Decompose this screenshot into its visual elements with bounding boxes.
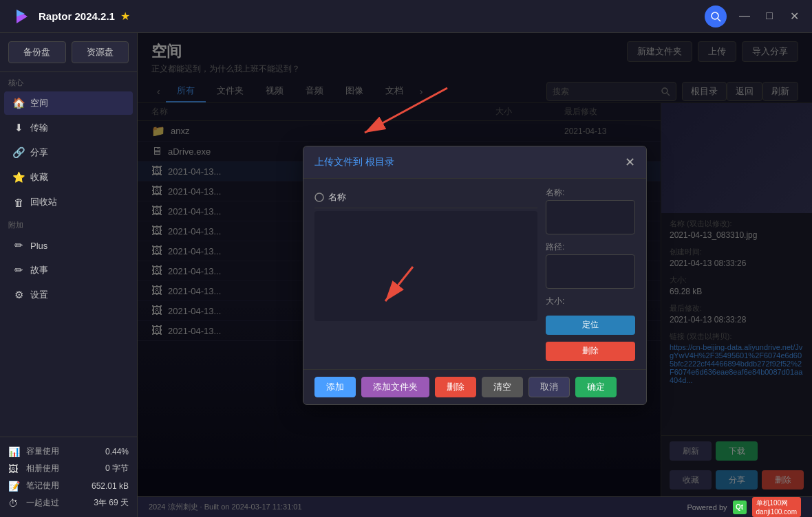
album-icon: 🖼 — [8, 463, 21, 474]
stat-duration: ⏱ 一起走过 3年 69 天 — [8, 494, 129, 512]
qt-badge: Qt — [733, 500, 747, 514]
sidebar-stats: 📊 容量使用 0.44% 🖼 相册使用 0 字节 📝 笔记使用 652.01 k… — [0, 437, 137, 517]
app-logo — [11, 6, 33, 28]
close-button[interactable]: ✕ — [787, 10, 801, 23]
space-icon: 🏠 — [12, 97, 25, 109]
sidebar-item-share-label: 分享 — [30, 146, 48, 159]
clear-button[interactable]: 清空 — [482, 377, 523, 397]
cancel-button[interactable]: 取消 — [528, 377, 570, 397]
modal-name-field: 名称: — [546, 187, 635, 234]
stat-duration-label: 一起走过 — [26, 497, 88, 509]
window-controls: — □ ✕ — [738, 10, 801, 23]
status-bar: 2024 涼州刺史 · Built on 2024-03-17 11:31:01… — [138, 496, 812, 517]
minimize-button[interactable]: — — [738, 10, 751, 23]
trash-icon: 🗑 — [12, 197, 25, 208]
stat-storage: 📊 容量使用 0.44% — [8, 443, 129, 460]
status-right: Powered by Qt 单机100网 danji100.com — [687, 497, 801, 517]
sidebar-item-trash-label: 回收站 — [30, 196, 57, 208]
modal-overlay: 上传文件到 根目录 ✕ 名称 — [138, 33, 812, 517]
confirm-button[interactable]: 确定 — [575, 377, 617, 397]
stat-duration-value: 3年 69 天 — [94, 497, 129, 509]
transfer-icon: ⬇ — [12, 122, 25, 134]
modal-item-delete-button[interactable]: 删除 — [546, 342, 635, 361]
stat-storage-value: 0.44% — [105, 447, 129, 456]
svg-line-28 — [365, 88, 447, 133]
stat-album: 🖼 相册使用 0 字节 — [8, 460, 129, 477]
stat-album-value: 0 字节 — [105, 463, 129, 474]
sidebar-item-space[interactable]: 🏠 空间 — [4, 91, 133, 115]
stat-notes-value: 652.01 kB — [92, 481, 129, 491]
modal-list-header: 名称 — [314, 187, 537, 208]
app-star: ★ — [120, 10, 130, 23]
modal-file-list[interactable] — [314, 211, 537, 321]
upload-modal: 上传文件到 根目录 ✕ 名称 — [303, 146, 647, 405]
share-icon: 🔗 — [12, 146, 25, 159]
sidebar-item-favorites-label: 收藏 — [30, 171, 48, 184]
sidebar-item-story[interactable]: ✏ 故事 — [4, 258, 133, 282]
settings-icon: ⚙ — [12, 289, 25, 301]
modal-path-label: 路径: — [546, 241, 635, 253]
app-title: Raptor 2024.2.1 — [39, 10, 115, 22]
extra-section-label: 附加 — [0, 214, 137, 233]
modal-file-list-area: 名称 — [314, 187, 537, 361]
modal-body: 名称 名称: 路径: — [303, 179, 646, 369]
modal-path-value — [546, 254, 635, 289]
modal-size-label: 大小: — [546, 296, 635, 307]
stat-notes: 📝 笔记使用 652.01 kB — [8, 477, 129, 494]
add-folder-button[interactable]: 添加文件夹 — [361, 377, 429, 397]
storage-icon: 📊 — [8, 446, 21, 457]
modal-close-button[interactable]: ✕ — [625, 155, 635, 170]
resource-disk-button[interactable]: 资源盘 — [72, 41, 129, 63]
stat-album-label: 相册使用 — [26, 463, 100, 474]
sidebar-item-space-label: 空间 — [30, 97, 48, 109]
modal-name-label: 名称: — [546, 187, 635, 199]
sidebar-item-trash[interactable]: 🗑 回收站 — [4, 190, 133, 214]
favorites-icon: ⭐ — [12, 171, 25, 184]
backup-disk-button[interactable]: 备份盘 — [8, 41, 66, 63]
sidebar-item-plus-label: Plus — [30, 241, 47, 251]
global-search-icon[interactable] — [705, 6, 727, 28]
build-info: 2024 涼州刺史 · Built on 2024-03-17 11:31:01 — [149, 502, 302, 512]
notes-icon: 📝 — [8, 481, 21, 492]
story-icon: ✏ — [12, 264, 25, 276]
powered-label: Powered by — [687, 503, 727, 512]
sidebar-item-plus[interactable]: ✏ Plus — [4, 234, 133, 257]
stat-notes-label: 笔记使用 — [26, 480, 86, 492]
modal-right-panel: 名称: 路径: 大小: 定位 删除 — [546, 187, 635, 361]
modal-list-icon — [314, 192, 324, 202]
modal-path-field: 路径: — [546, 241, 635, 289]
svg-point-25 — [315, 193, 323, 201]
sidebar-item-favorites[interactable]: ⭐ 收藏 — [4, 166, 133, 189]
sidebar-top-buttons: 备份盘 资源盘 — [0, 33, 137, 72]
svg-point-2 — [712, 12, 718, 19]
sidebar-item-transfer[interactable]: ⬇ 传输 — [4, 116, 133, 140]
modal-name-value — [546, 200, 635, 234]
stat-storage-label: 容量使用 — [26, 446, 100, 457]
sidebar-item-settings[interactable]: ⚙ 设置 — [4, 283, 133, 307]
delete-button[interactable]: 删除 — [435, 377, 476, 397]
locate-button[interactable]: 定位 — [546, 316, 635, 335]
modal-size-field: 大小: — [546, 296, 635, 309]
modal-title: 上传文件到 根目录 — [314, 156, 625, 168]
add-file-button[interactable]: 添加 — [314, 377, 356, 397]
titlebar: Raptor 2024.2.1 ★ — □ ✕ — [0, 0, 812, 33]
sidebar-item-settings-label: 设置 — [30, 289, 48, 301]
main-layout: 备份盘 资源盘 核心 🏠 空间 ⬇ 传输 🔗 分享 ⭐ 收藏 🗑 回收站 附加 … — [0, 33, 812, 517]
sidebar: 备份盘 资源盘 核心 🏠 空间 ⬇ 传输 🔗 分享 ⭐ 收藏 🗑 回收站 附加 … — [0, 33, 138, 517]
maximize-button[interactable]: □ — [762, 10, 776, 23]
sidebar-item-share[interactable]: 🔗 分享 — [4, 141, 133, 164]
modal-header: 上传文件到 根目录 ✕ — [303, 146, 646, 179]
svg-line-3 — [718, 19, 720, 21]
sidebar-item-transfer-label: 传输 — [30, 122, 48, 134]
modal-footer: 添加 添加文件夹 删除 清空 取消 确定 — [303, 369, 646, 404]
sidebar-item-story-label: 故事 — [30, 264, 48, 276]
core-section-label: 核心 — [0, 72, 137, 91]
duration-icon: ⏱ — [8, 498, 21, 509]
plus-icon: ✏ — [12, 239, 25, 252]
danji-badge: 单机100网 danji100.com — [752, 497, 801, 517]
